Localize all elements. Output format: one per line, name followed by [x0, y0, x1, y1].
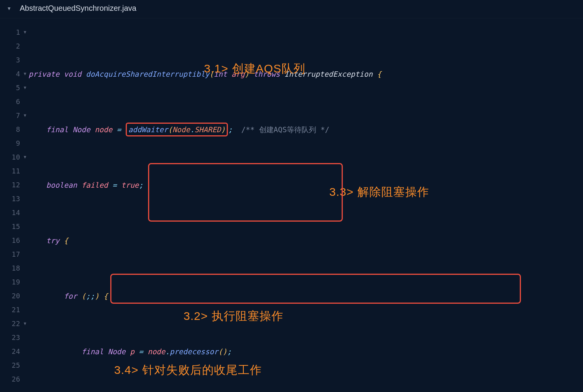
fold-caret-icon[interactable]: ▼ — [24, 81, 26, 95]
line-number: 24 — [0, 345, 20, 358]
tab-bar: ▼ AbstractQueuedSynchronizer.java — [0, 0, 583, 19]
line-number: 6 — [0, 95, 20, 109]
fold-caret-icon[interactable]: ▼ — [24, 150, 26, 164]
highlight-box-sethead — [148, 163, 343, 222]
line-number: 25 — [0, 358, 20, 372]
code-editor: 1▼234▼5▼67▼8910▼111213141516171819202122… — [0, 19, 583, 392]
line-number-gutter: 1▼234▼5▼67▼8910▼111213141516171819202122… — [0, 25, 29, 392]
code-area[interactable]: private void doAcquireSharedInterruptibl… — [29, 25, 583, 392]
line-number: 9 — [0, 136, 20, 150]
line-number: 23 — [0, 331, 20, 345]
chevron-down-icon[interactable]: ▼ — [8, 6, 10, 11]
line-number: 22▼ — [0, 317, 20, 331]
highlight-box-addwaiter: addWaiter(Node.SHARED) — [126, 123, 228, 136]
line-number: 18 — [0, 261, 20, 275]
line-number: 12 — [0, 178, 20, 192]
line-number: 2 — [0, 39, 20, 53]
line-number: 20 — [0, 289, 20, 303]
file-tab-title[interactable]: AbstractQueuedSynchronizer.java — [20, 4, 136, 13]
fold-caret-icon[interactable]: ▼ — [24, 25, 26, 39]
line-number: 1▼ — [0, 25, 20, 39]
line-number: 19 — [0, 275, 20, 289]
annotation-3-3: 3.3> 解除阻塞操作 — [329, 185, 429, 199]
line-number: 21 — [0, 303, 20, 317]
line-number: 14 — [0, 206, 20, 220]
line-number: 15 — [0, 220, 20, 234]
line-number: 17 — [0, 247, 20, 261]
line-number: 8 — [0, 123, 20, 136]
line-number: 3 — [0, 53, 20, 67]
fold-caret-icon[interactable]: ▼ — [24, 109, 26, 123]
annotation-3-4: 3.4> 针对失败后的收尾工作 — [114, 363, 262, 377]
line-number: 11 — [0, 164, 20, 178]
fold-caret-icon[interactable]: ▼ — [24, 317, 26, 331]
line-number: 7▼ — [0, 109, 20, 123]
fold-caret-icon[interactable]: ▼ — [24, 67, 26, 81]
line-number: 13 — [0, 192, 20, 206]
line-number: 4▼ — [0, 67, 20, 81]
line-number: 26 — [0, 372, 20, 386]
annotation-3-2: 3.2> 执行阻塞操作 — [184, 309, 283, 323]
line-number: 10▼ — [0, 150, 20, 164]
line-number: 16 — [0, 234, 20, 247]
annotation-3-1: 3.1> 创建AQS队列 — [204, 62, 305, 76]
line-number: 5▼ — [0, 81, 20, 95]
